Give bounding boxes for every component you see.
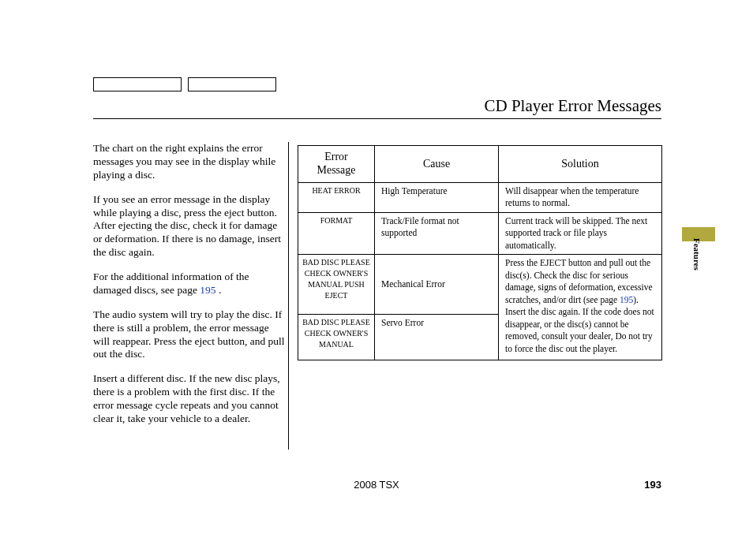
paragraph-2: If you see an error message in the displ…: [93, 193, 287, 259]
header-tab-2: [188, 77, 276, 91]
cell-solution-2: Current track will be skipped. The next …: [499, 212, 662, 255]
cell-cause-4: Servo Error: [375, 314, 499, 360]
error-table: Error Message Cause Solution HEAT ERROR …: [298, 145, 662, 360]
paragraph-3a: For the additional information of the da…: [93, 271, 249, 296]
footer-model: 2008 TSX: [0, 479, 753, 491]
paragraph-1: The chart on the right explains the erro…: [93, 142, 287, 182]
column-divider: [288, 142, 289, 450]
cell-msg-2: FORMAT: [298, 212, 375, 255]
header-tab-1: [93, 77, 182, 91]
page-link-195[interactable]: 195: [200, 284, 215, 296]
cell-cause-1: High Temperature: [375, 182, 499, 212]
paragraph-3: For the additional information of the da…: [93, 271, 287, 297]
page-title: CD Player Error Messages: [484, 96, 661, 116]
paragraph-3b: .: [216, 284, 222, 296]
cell-msg-3: BAD DISC PLEASE CHECK OWNER'S MANUAL PUS…: [298, 255, 375, 314]
paragraph-4: The audio system will try to play the di…: [93, 308, 287, 362]
cell-msg-4: BAD DISC PLEASE CHECK OWNER'S MANUAL: [298, 314, 375, 360]
footer-page-number: 193: [644, 479, 661, 491]
th-cause: Cause: [375, 146, 499, 183]
header-tabs: [93, 77, 276, 91]
table-row: BAD DISC PLEASE CHECK OWNER'S MANUAL PUS…: [298, 255, 662, 314]
paragraph-5: Insert a different disc. If the new disc…: [93, 372, 287, 426]
th-error-message: Error Message: [298, 146, 375, 183]
table-row: HEAT ERROR High Temperature Will disappe…: [298, 182, 662, 212]
cell-msg-1: HEAT ERROR: [298, 182, 375, 212]
body-text-column: The chart on the right explains the erro…: [93, 142, 287, 437]
th-solution: Solution: [499, 146, 662, 183]
section-label: Features: [692, 238, 702, 271]
cell-cause-3: Mechanical Error: [375, 255, 499, 314]
cell-solution-1: Will disappear when the temperature retu…: [499, 182, 662, 212]
page-link-195-table[interactable]: 195: [620, 295, 633, 304]
cell-cause-2: Track/File format not supported: [375, 212, 499, 255]
cell-solution-merged: Press the EJECT button and pull out the …: [499, 255, 662, 360]
table-row: FORMAT Track/File format not supported C…: [298, 212, 662, 255]
title-rule: [93, 118, 661, 119]
